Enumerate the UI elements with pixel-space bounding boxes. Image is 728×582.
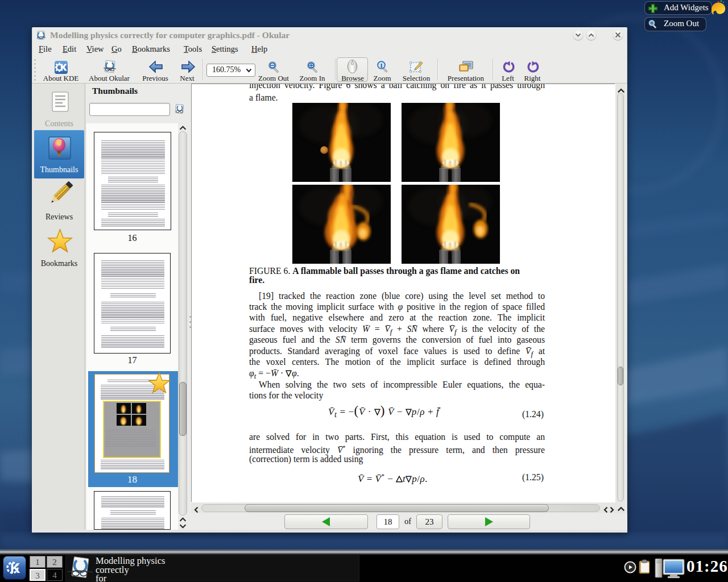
svg-text:1: 1 [380,62,383,69]
svg-text:K: K [10,560,20,576]
